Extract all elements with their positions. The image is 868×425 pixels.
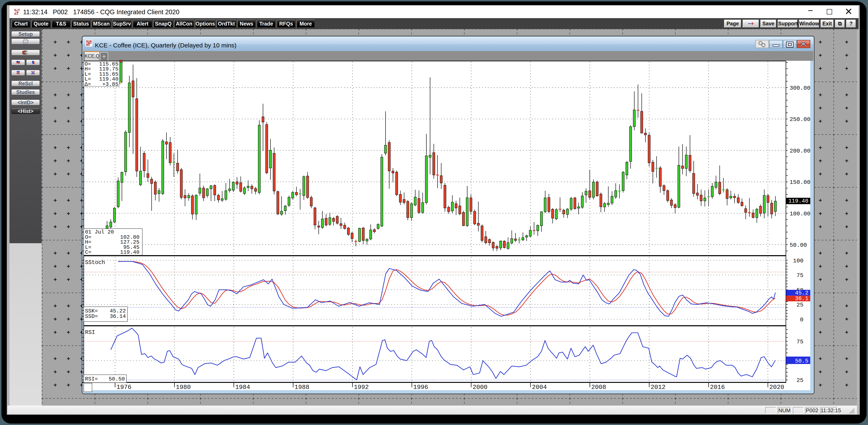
svg-text:2012: 2012	[651, 384, 665, 391]
svg-text:2016: 2016	[710, 384, 725, 391]
svg-text:2008: 2008	[591, 384, 606, 391]
svg-text:1976: 1976	[117, 384, 131, 391]
svg-text:Δ=: Δ=	[85, 81, 91, 87]
svg-text:1984: 1984	[235, 384, 250, 391]
svg-text:0: 0	[800, 317, 803, 323]
svg-text:+: +	[102, 53, 106, 60]
svg-text:200.00: 200.00	[789, 148, 810, 154]
svg-text:36.14: 36.14	[110, 313, 126, 320]
svg-text:1980: 1980	[176, 384, 191, 391]
svg-text:1996: 1996	[413, 384, 428, 391]
svg-text:36.1: 36.1	[795, 296, 808, 302]
svg-text:45.2: 45.2	[795, 290, 808, 296]
svg-text:2020: 2020	[769, 384, 784, 391]
svg-text:50.00: 50.00	[789, 242, 807, 248]
svg-text:KCE,Q: KCE,Q	[85, 54, 99, 59]
svg-text:25: 25	[797, 377, 803, 384]
svg-text:25: 25	[797, 302, 803, 308]
svg-text:1988: 1988	[294, 384, 309, 391]
svg-text:250.00: 250.00	[789, 116, 810, 123]
svg-text:RSI=: RSI=	[85, 376, 98, 382]
svg-text:100: 100	[793, 258, 803, 264]
svg-text:+3.85: +3.85	[102, 81, 118, 87]
svg-text:C=: C=	[85, 249, 91, 255]
svg-text:RSI: RSI	[85, 329, 95, 335]
svg-text:75: 75	[797, 339, 803, 345]
svg-text:300.00: 300.00	[789, 85, 810, 91]
svg-text:1992: 1992	[354, 384, 369, 391]
svg-text:2004: 2004	[532, 384, 547, 391]
svg-text:50.5: 50.5	[795, 358, 808, 364]
svg-text:SStoch: SStoch	[85, 260, 105, 266]
svg-text:150.00: 150.00	[789, 179, 810, 186]
svg-text:100.00: 100.00	[789, 210, 810, 217]
svg-text:50.50: 50.50	[109, 376, 125, 382]
svg-text:2000: 2000	[472, 384, 488, 391]
svg-text:75: 75	[797, 272, 803, 279]
svg-text:119.40: 119.40	[120, 249, 140, 255]
svg-text:SSD=: SSD=	[85, 313, 98, 320]
svg-text:119.40: 119.40	[788, 198, 808, 204]
svg-text:KCE - Coffee (ICE), Quarterly: KCE - Coffee (ICE), Quarterly (Delayed b…	[95, 42, 237, 48]
